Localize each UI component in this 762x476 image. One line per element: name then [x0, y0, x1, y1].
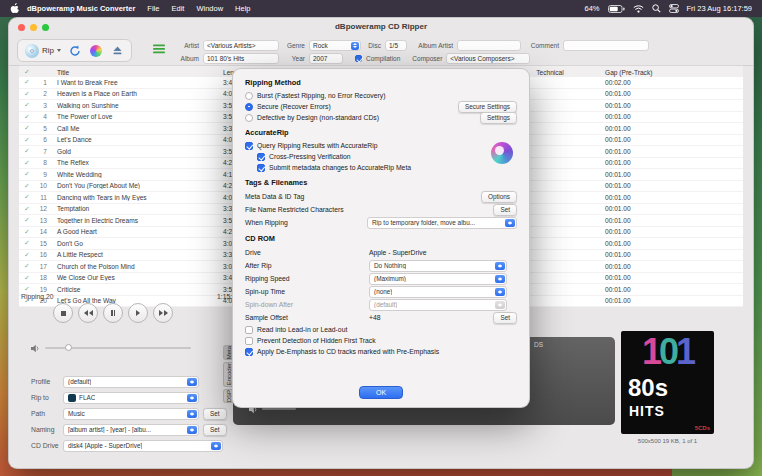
year-field[interactable]: 2007 [309, 53, 343, 64]
accuraterip-option[interactable]: Query Ripping Results with AccurateRip [245, 140, 517, 151]
ripping-method-option[interactable]: Burst (Fastest Ripping, no Error Recover… [245, 90, 517, 101]
track-checkbox[interactable]: ✓ [19, 124, 35, 132]
menu-item[interactable]: Window [196, 4, 223, 13]
forward-button[interactable] [153, 303, 173, 323]
radio-button[interactable] [245, 114, 253, 122]
cdrom-option[interactable]: Read into Lead-in or Lead-out [245, 324, 517, 335]
row-button[interactable]: Options [481, 191, 517, 203]
menu-item[interactable]: Help [235, 4, 250, 13]
eject-button[interactable] [110, 44, 124, 58]
checkbox[interactable] [257, 153, 265, 161]
checkbox[interactable] [245, 142, 253, 150]
dropdown-stepper-icon[interactable] [187, 394, 197, 402]
rewind-button[interactable] [78, 303, 98, 323]
artist-field[interactable]: <Various Artists> [203, 40, 279, 51]
apple-menu-icon[interactable] [10, 3, 19, 14]
track-checkbox[interactable]: ✓ [19, 262, 35, 270]
search-icon[interactable] [652, 4, 661, 13]
dropdown-stepper-icon[interactable] [187, 378, 197, 386]
option-settings-button[interactable]: Settings [480, 112, 517, 124]
comment-field[interactable] [563, 40, 649, 51]
track-checkbox[interactable]: ✓ [19, 90, 35, 98]
dropdown-stepper-icon[interactable] [187, 426, 197, 434]
compilation-checkbox[interactable] [355, 55, 362, 62]
accuraterip-option[interactable]: Cross-Pressing Verification [245, 151, 517, 162]
checkbox[interactable] [245, 337, 253, 345]
row-button[interactable]: Set [493, 204, 517, 216]
radio-button[interactable] [245, 92, 253, 100]
naming-dropdown[interactable]: [album artist] - [year] - [albu... [63, 424, 199, 436]
path-set-button[interactable]: Set [203, 408, 227, 420]
dropdown-stepper-icon[interactable] [187, 410, 197, 418]
track-checkbox[interactable]: ✓ [19, 78, 35, 86]
track-checkbox[interactable]: ✓ [19, 205, 35, 213]
track-checkbox[interactable]: ✓ [19, 216, 35, 224]
check-column-header[interactable]: ✓ [19, 68, 35, 76]
rip-button[interactable]: Rip [25, 44, 61, 58]
cd-drive-dropdown[interactable]: disk4 [Apple - SuperDrive] [63, 440, 223, 452]
after-rip-dropdown[interactable]: Do Nothing [369, 260, 507, 272]
title-bar[interactable]: dBpoweramp CD Ripper [9, 18, 753, 37]
panel-volume-slider[interactable] [262, 408, 296, 410]
options-list-button[interactable] [150, 41, 167, 57]
track-checkbox[interactable]: ✓ [19, 113, 35, 121]
track-checkbox[interactable]: ✓ [19, 170, 35, 178]
album-field[interactable]: 101 80's Hits [203, 53, 279, 64]
menu-app-name[interactable]: dBpoweramp Music Converter [27, 4, 135, 13]
spin-up-dropdown[interactable]: (none) [369, 286, 507, 298]
refresh-button[interactable] [68, 44, 82, 58]
track-checkbox[interactable]: ✓ [19, 136, 35, 144]
cdrom-option[interactable]: Apply De-Emphasis to CD tracks marked wi… [245, 346, 517, 357]
volume-slider[interactable] [45, 347, 191, 350]
menu-item[interactable]: File [147, 4, 159, 13]
dropdown-stepper-icon[interactable] [211, 442, 221, 450]
composer-field[interactable]: <Various Composers> [446, 53, 530, 64]
radio-button[interactable] [245, 103, 253, 111]
track-checkbox[interactable]: ✓ [19, 239, 35, 247]
ok-button[interactable]: OK [359, 386, 403, 399]
dropdown-stepper-icon[interactable] [505, 219, 515, 227]
dropdown-stepper-icon[interactable] [495, 262, 505, 270]
album-art[interactable]: 101 80s HITS 5CDs [621, 331, 714, 434]
stop-button[interactable] [53, 303, 73, 323]
disc-field[interactable]: 1/5 [385, 40, 407, 51]
menu-item[interactable]: Edit [171, 4, 184, 13]
track-checkbox[interactable]: ✓ [19, 251, 35, 259]
rip-to-dropdown[interactable]: FLAC [63, 392, 199, 404]
ripping-method-option[interactable]: Defective by Design (non-standard CDs) S… [245, 112, 517, 123]
dropdown-stepper-icon[interactable] [495, 288, 505, 296]
dropdown-stepper-icon[interactable] [495, 275, 505, 283]
when-ripping-dropdown[interactable]: Rip to temporary folder, move albu... [367, 217, 517, 229]
checkbox[interactable] [245, 348, 253, 356]
track-checkbox[interactable]: ✓ [19, 274, 35, 282]
track-checkbox[interactable]: ✓ [19, 228, 35, 236]
control-center-icon[interactable] [669, 4, 679, 13]
checkbox[interactable] [245, 326, 253, 334]
spin-down-dropdown[interactable]: (default) [369, 299, 507, 311]
play-button[interactable] [128, 303, 148, 323]
ripping-speed-dropdown[interactable]: (Maximum) [369, 273, 507, 285]
volume-knob[interactable] [65, 344, 72, 351]
genre-stepper[interactable] [351, 42, 359, 50]
checkbox[interactable] [257, 164, 265, 172]
wifi-icon[interactable] [633, 5, 644, 13]
genre-field[interactable]: Rock [309, 40, 361, 51]
option-settings-button[interactable]: Secure Settings [458, 101, 517, 113]
path-dropdown[interactable]: Music [63, 408, 199, 420]
track-checkbox[interactable]: ✓ [19, 182, 35, 190]
album-artist-field[interactable] [457, 40, 521, 51]
cdrom-option[interactable]: Prevent Detection of Hidden First Track [245, 335, 517, 346]
track-checkbox[interactable]: ✓ [19, 101, 35, 109]
pause-button[interactable] [103, 303, 123, 323]
accuraterip-option[interactable]: Submit metadata changes to AccurateRip M… [245, 162, 517, 173]
title-column-header[interactable]: Title [55, 69, 223, 76]
profile-dropdown[interactable]: (default) [63, 376, 199, 388]
ripping-method-option[interactable]: Secure (Recover Errors) Secure Settings [245, 101, 517, 112]
naming-set-button[interactable]: Set [203, 424, 227, 436]
menu-clock[interactable]: Fri 23 Aug 16:17:59 [687, 4, 752, 13]
track-checkbox[interactable]: ✓ [19, 159, 35, 167]
accuraterip-toolbar-icon[interactable] [89, 44, 103, 58]
gap-column-header[interactable]: Gap (Pre-Track) [605, 69, 683, 76]
track-checkbox[interactable]: ✓ [19, 193, 35, 201]
sample-offset-set-button[interactable]: Set [493, 312, 517, 324]
